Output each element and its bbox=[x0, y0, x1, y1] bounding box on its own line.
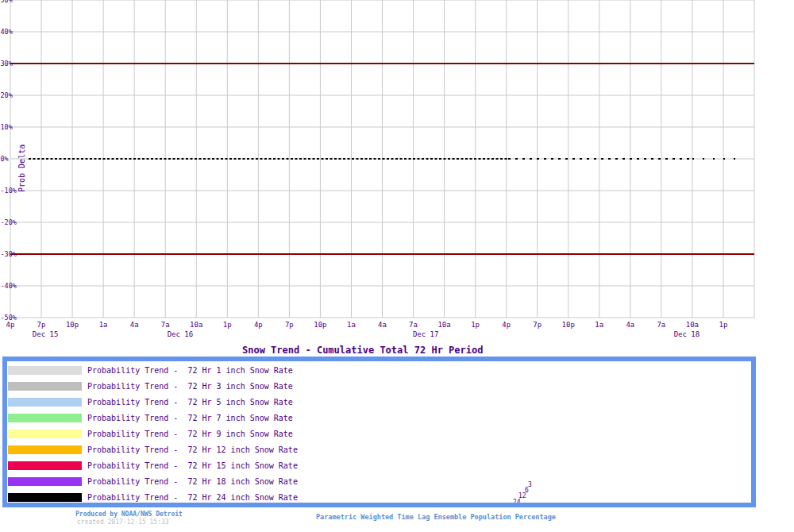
legend-item-label: Probability Trend - 72 Hr 5 inch Snow Ra… bbox=[87, 398, 293, 407]
svg-text:Dec 18: Dec 18 bbox=[674, 330, 700, 338]
footer-created-timestamp: created 2017-12-15 15:33 bbox=[77, 519, 169, 526]
svg-text:Dec 17: Dec 17 bbox=[413, 330, 439, 338]
footer-description: Parametric Weighted Time Lag Ensemble Po… bbox=[316, 513, 556, 521]
svg-text:Dec 16: Dec 16 bbox=[168, 330, 194, 338]
svg-text:1p: 1p bbox=[471, 321, 480, 329]
legend-item: Probability Trend - 72 Hr 15 inch Snow R… bbox=[7, 457, 388, 473]
svg-text:7p: 7p bbox=[37, 321, 46, 329]
svg-text:1p: 1p bbox=[223, 321, 232, 329]
svg-text:-10%: -10% bbox=[1, 187, 17, 195]
legend-item: Probability Trend - 72 Hr 1 inch Snow Ra… bbox=[7, 362, 388, 378]
y-axis-title: Prob Delta bbox=[17, 145, 26, 192]
footer-produced-by: Produced by NOAA/NWS Detroit bbox=[75, 511, 183, 518]
snow-trend-chart: 50%40%30%20%10%0%-10%-20%-30%-40%-50%Pro… bbox=[0, 0, 794, 341]
svg-text:7p: 7p bbox=[533, 321, 542, 329]
svg-text:-30%: -30% bbox=[1, 250, 17, 258]
legend-swatch-0 bbox=[8, 366, 82, 375]
svg-text:1a: 1a bbox=[347, 321, 356, 329]
legend-item: Probability Trend - 72 Hr 18 inch Snow R… bbox=[7, 473, 388, 489]
svg-text:1a: 1a bbox=[595, 321, 603, 329]
legend-item-label: Probability Trend - 72 Hr 3 inch Snow Ra… bbox=[87, 382, 293, 391]
svg-text:1a: 1a bbox=[99, 321, 108, 329]
legend-panel: Probability Trend - 72 Hr 1 inch Snow Ra… bbox=[2, 357, 756, 507]
svg-text:30%: 30% bbox=[1, 60, 13, 67]
svg-text:20%: 20% bbox=[1, 91, 13, 99]
legend-item: Probability Trend - 72 Hr 12 inch Snow R… bbox=[7, 441, 388, 457]
y-axis-labels: 50%40%30%20%10%0%-10%-20%-30%-40%-50% bbox=[1, 0, 17, 322]
svg-text:7a: 7a bbox=[409, 321, 418, 329]
chart-title: Snow Trend - Cumulative Total 72 Hr Peri… bbox=[242, 345, 483, 356]
svg-text:7a: 7a bbox=[657, 321, 665, 329]
legend-item-label: Probability Trend - 72 Hr 7 inch Snow Ra… bbox=[87, 414, 293, 422]
legend-swatch-3 bbox=[8, 414, 82, 422]
legend-item-label: Probability Trend - 72 Hr 15 inch Snow R… bbox=[87, 461, 298, 470]
svg-text:4a: 4a bbox=[378, 321, 387, 329]
legend-swatch-4 bbox=[8, 430, 82, 438]
svg-text:1p: 1p bbox=[719, 321, 728, 329]
date-labels: Dec 15Dec 16Dec 17Dec 18 bbox=[33, 330, 700, 338]
svg-text:4p: 4p bbox=[502, 321, 511, 329]
legend-swatch-8 bbox=[8, 493, 82, 502]
svg-text:4p: 4p bbox=[254, 321, 263, 329]
svg-text:10p: 10p bbox=[314, 321, 326, 329]
svg-text:40%: 40% bbox=[1, 28, 13, 36]
legend-item: Probability Trend - 72 Hr 24 inch Snow R… bbox=[7, 489, 388, 505]
trend-level-24: 24 bbox=[513, 499, 521, 506]
legend-swatch-5 bbox=[8, 445, 82, 454]
svg-text:10p: 10p bbox=[66, 321, 79, 329]
legend-swatch-2 bbox=[8, 398, 82, 407]
svg-text:7p: 7p bbox=[285, 321, 294, 329]
svg-text:10a: 10a bbox=[437, 321, 450, 329]
legend-item-label: Probability Trend - 72 Hr 12 inch Snow R… bbox=[87, 445, 298, 454]
svg-text:10p: 10p bbox=[562, 321, 575, 329]
legend-item: Probability Trend - 72 Hr 3 inch Snow Ra… bbox=[7, 378, 388, 394]
svg-text:-40%: -40% bbox=[1, 282, 17, 290]
legend-item-label: Probability Trend - 72 Hr 24 inch Snow R… bbox=[87, 493, 298, 502]
svg-text:4a: 4a bbox=[130, 321, 139, 329]
legend-swatch-6 bbox=[8, 461, 82, 470]
svg-text:-20%: -20% bbox=[1, 218, 17, 226]
legend-rows: Probability Trend - 72 Hr 1 inch Snow Ra… bbox=[7, 362, 388, 505]
legend-item-label: Probability Trend - 72 Hr 18 inch Snow R… bbox=[87, 477, 298, 486]
svg-text:0%: 0% bbox=[1, 155, 9, 163]
probability-delta-plot: 50%40%30%20%10%0%-10%-20%-30%-40%-50%Pro… bbox=[0, 0, 794, 341]
legend-item-label: Probability Trend - 72 Hr 1 inch Snow Ra… bbox=[87, 366, 293, 375]
legend-item: Probability Trend - 72 Hr 7 inch Snow Ra… bbox=[7, 410, 388, 426]
svg-text:4p: 4p bbox=[6, 321, 15, 329]
svg-text:Dec 15: Dec 15 bbox=[33, 330, 59, 338]
svg-text:7a: 7a bbox=[161, 321, 170, 329]
x-axis-labels: 4p7p10p1a4a7a10a1p4p7p10p1a4a7a10a1p4p7p… bbox=[6, 321, 728, 329]
legend-item: Probability Trend - 72 Hr 5 inch Snow Ra… bbox=[7, 394, 388, 410]
legend-swatch-7 bbox=[8, 477, 82, 486]
svg-text:4a: 4a bbox=[626, 321, 634, 329]
svg-text:10a: 10a bbox=[190, 321, 202, 329]
svg-text:10a: 10a bbox=[686, 321, 699, 329]
svg-text:10%: 10% bbox=[1, 123, 13, 131]
legend-swatch-1 bbox=[8, 382, 82, 391]
legend-item: Probability Trend - 72 Hr 9 inch Snow Ra… bbox=[7, 426, 388, 441]
legend-item-label: Probability Trend - 72 Hr 9 inch Snow Ra… bbox=[87, 430, 293, 438]
svg-text:50%: 50% bbox=[1, 0, 13, 4]
